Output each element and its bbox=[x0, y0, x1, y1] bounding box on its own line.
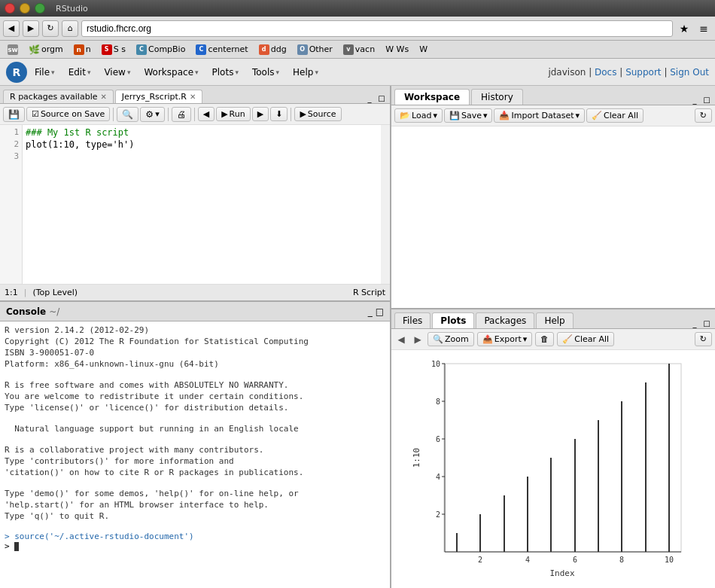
console-prompt[interactable]: > bbox=[5, 541, 385, 551]
print-button[interactable]: 🖨 bbox=[172, 107, 191, 122]
tab-history[interactable]: History bbox=[471, 89, 523, 105]
menu-help[interactable]: Help ▾ bbox=[287, 65, 324, 80]
tab-files[interactable]: Files bbox=[394, 312, 431, 328]
export-label: Export bbox=[494, 334, 522, 344]
console-minimize[interactable]: _ bbox=[368, 306, 373, 317]
run-left-button[interactable]: ◀ bbox=[198, 107, 214, 121]
signout-link[interactable]: Sign Out bbox=[670, 67, 709, 78]
tab-jerrys-rscript[interactable]: Jerrys_Rscript.R ✕ bbox=[115, 90, 202, 103]
source-on-save-checkbox[interactable]: ☑ Source on Save bbox=[26, 107, 110, 121]
menu-edit[interactable]: Edit ▾ bbox=[62, 65, 97, 80]
code-content[interactable]: ### My 1st R script plot(1:10, type='h') bbox=[23, 125, 381, 284]
tab-history-label: History bbox=[481, 92, 513, 102]
tab-jerrys-close[interactable]: ✕ bbox=[190, 93, 196, 101]
source-button[interactable]: ▶ Source bbox=[294, 107, 341, 121]
svg-text:6: 6 bbox=[573, 556, 577, 564]
close-button[interactable] bbox=[5, 3, 15, 14]
menu-workspace[interactable]: Workspace ▾ bbox=[138, 65, 204, 80]
bookmark-w[interactable]: W bbox=[415, 43, 432, 56]
bookmark-vacn-icon: v bbox=[343, 44, 354, 55]
run-button[interactable]: ▶ Run bbox=[216, 107, 251, 121]
bookmark-n[interactable]: n n bbox=[69, 43, 96, 56]
tab-help[interactable]: Help bbox=[536, 312, 573, 328]
svg-text:2: 2 bbox=[478, 556, 482, 564]
tab-packages[interactable]: Packages bbox=[476, 312, 534, 328]
run-down-button[interactable]: ⬇ bbox=[270, 107, 288, 121]
tab-r-packages[interactable]: R packages available ✕ bbox=[3, 90, 114, 103]
editor-minimize-btn[interactable]: _ bbox=[364, 93, 375, 103]
home-button[interactable]: ⌂ bbox=[62, 20, 78, 37]
files-minimize-btn[interactable]: _ bbox=[689, 318, 700, 328]
import-label: Import Dataset bbox=[511, 111, 574, 120]
chart-svg: 1:10 Index 2 4 6 bbox=[410, 356, 696, 582]
ws-save-icon: 💾 bbox=[449, 111, 460, 120]
clear-plots-button[interactable]: 🧹 Clear All bbox=[557, 332, 614, 346]
browser-tools[interactable]: ≡ bbox=[695, 20, 712, 37]
plots-refresh-button[interactable]: ↻ bbox=[695, 332, 712, 346]
run-right-button[interactable]: ▶ bbox=[252, 107, 269, 121]
load-button[interactable]: 📂 Load ▾ bbox=[394, 108, 443, 123]
tab-workspace[interactable]: Workspace bbox=[394, 89, 470, 105]
bookmark-sw[interactable]: sw bbox=[3, 43, 23, 56]
files-maximize-btn[interactable]: □ bbox=[701, 318, 712, 328]
plot-back-button[interactable]: ◀ bbox=[394, 333, 408, 346]
bookmark-star[interactable]: ★ bbox=[676, 20, 692, 37]
find-button[interactable]: 🔍 bbox=[117, 107, 138, 122]
console-line-2: Copyright (C) 2012 The R Foundation for … bbox=[5, 336, 385, 347]
tab-r-packages-close[interactable]: ✕ bbox=[100, 93, 106, 101]
import-button[interactable]: 📥 Import Dataset ▾ bbox=[494, 108, 585, 123]
console-line-14: Type 'q()' to quit R. bbox=[5, 510, 385, 522]
bookmark-ws[interactable]: W Ws bbox=[381, 43, 413, 56]
tools-button[interactable]: ⚙ ▾ bbox=[140, 107, 164, 122]
bookmark-s[interactable]: S S s bbox=[97, 43, 130, 56]
bookmark-centernet[interactable]: C centernet bbox=[191, 43, 252, 56]
menu-view[interactable]: View ▾ bbox=[98, 65, 136, 80]
bookmark-vacn[interactable]: v vacn bbox=[339, 43, 379, 56]
editor-scrollbar[interactable] bbox=[381, 125, 390, 284]
ws-minimize-btn[interactable]: _ bbox=[689, 94, 700, 105]
menu-file[interactable]: File ▾ bbox=[29, 65, 61, 80]
bookmark-s-label: S s bbox=[114, 44, 126, 54]
clear-plots-label: Clear All bbox=[574, 334, 609, 344]
menu-tools[interactable]: Tools ▾ bbox=[246, 65, 285, 80]
export-arrow: ▾ bbox=[523, 334, 528, 344]
editor-maximize-btn[interactable]: □ bbox=[376, 93, 387, 103]
ws-save-arrow: ▾ bbox=[483, 111, 488, 120]
ws-save-button[interactable]: 💾 Save ▾ bbox=[444, 108, 493, 123]
delete-plot-button[interactable]: 🗑 bbox=[535, 332, 554, 346]
minimize-button[interactable] bbox=[20, 3, 30, 14]
ws-clear-button[interactable]: 🧹 Clear All bbox=[586, 108, 644, 123]
save-button[interactable]: 💾 bbox=[3, 107, 25, 122]
export-button[interactable]: 📤 Export ▾ bbox=[477, 332, 533, 346]
bookmarks-bar: sw 🌿 orgm n n S S s C CompBio C centerne… bbox=[0, 41, 715, 59]
forward-button[interactable]: ▶ bbox=[23, 20, 39, 37]
bookmark-orgm[interactable]: 🌿 orgm bbox=[24, 43, 68, 56]
code-editor[interactable]: 1 2 3 ### My 1st R script plot(1:10, typ… bbox=[0, 125, 390, 284]
toolbar-sep-3 bbox=[194, 108, 195, 121]
menu-plots[interactable]: Plots ▾ bbox=[206, 65, 245, 80]
back-button[interactable]: ◀ bbox=[3, 20, 20, 37]
console-maximize[interactable]: □ bbox=[376, 306, 384, 317]
bookmark-compbio[interactable]: C CompBio bbox=[132, 43, 190, 56]
svg-text:6: 6 bbox=[436, 435, 440, 443]
window-title: RStudio bbox=[56, 4, 88, 14]
zoom-button[interactable]: 🔍 Zoom bbox=[427, 332, 474, 346]
maximize-button[interactable] bbox=[35, 3, 45, 14]
load-label: Load bbox=[412, 111, 431, 120]
console-body[interactable]: R version 2.14.2 (2012-02-29) Copyright … bbox=[0, 321, 390, 588]
workspace-tab-actions: _ □ bbox=[689, 94, 712, 105]
svg-text:4: 4 bbox=[525, 556, 530, 564]
refresh-button[interactable]: ↻ bbox=[42, 20, 59, 37]
url-input[interactable] bbox=[81, 20, 673, 37]
support-link[interactable]: Support bbox=[625, 67, 661, 78]
toolbar-sep-2 bbox=[168, 108, 169, 121]
plot-forward-button[interactable]: ▶ bbox=[411, 333, 424, 346]
docs-link[interactable]: Docs bbox=[595, 67, 616, 78]
bookmark-ddg[interactable]: d ddg bbox=[254, 43, 291, 56]
console-line-3: ISBN 3-900051-07-0 bbox=[5, 347, 385, 358]
ws-maximize-btn[interactable]: □ bbox=[701, 94, 712, 105]
bookmark-compbio-label: CompBio bbox=[148, 44, 185, 54]
bookmark-other[interactable]: O Other bbox=[293, 43, 337, 56]
tab-plots[interactable]: Plots bbox=[432, 312, 474, 328]
ws-refresh-button[interactable]: ↻ bbox=[695, 108, 712, 123]
